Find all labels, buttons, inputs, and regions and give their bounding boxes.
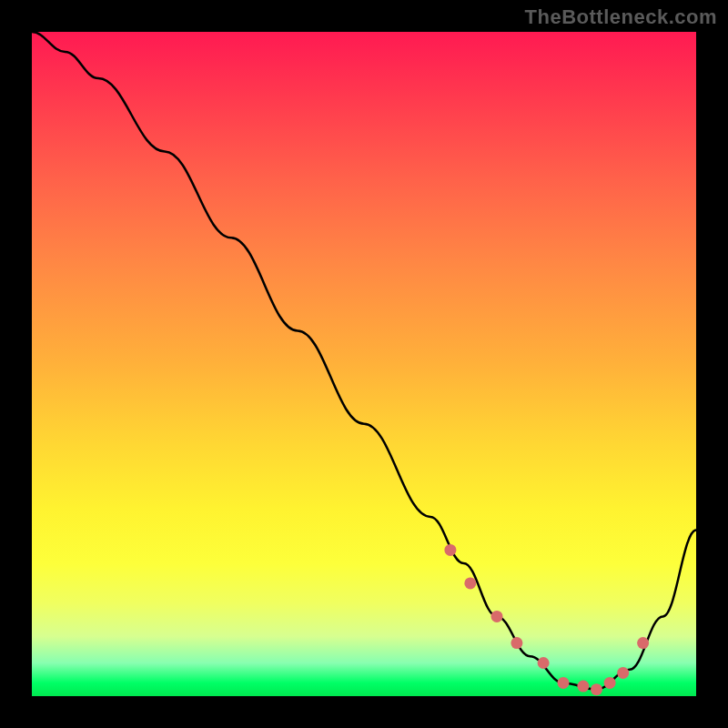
dot-point	[444, 544, 456, 556]
dot-point	[538, 657, 550, 669]
curve-dots	[444, 544, 649, 695]
dot-point	[617, 667, 629, 679]
dot-point	[558, 677, 570, 689]
dot-point	[577, 681, 589, 693]
chart-svg	[32, 32, 696, 696]
dot-point	[464, 577, 476, 589]
dot-point	[491, 611, 503, 622]
dot-point	[604, 677, 616, 689]
dot-point	[591, 683, 602, 695]
watermark-text: TheBottleneck.com	[525, 5, 717, 29]
plot-area	[32, 32, 696, 696]
curve-line	[32, 32, 696, 690]
dot-point	[511, 637, 522, 649]
dot-point	[637, 637, 649, 649]
